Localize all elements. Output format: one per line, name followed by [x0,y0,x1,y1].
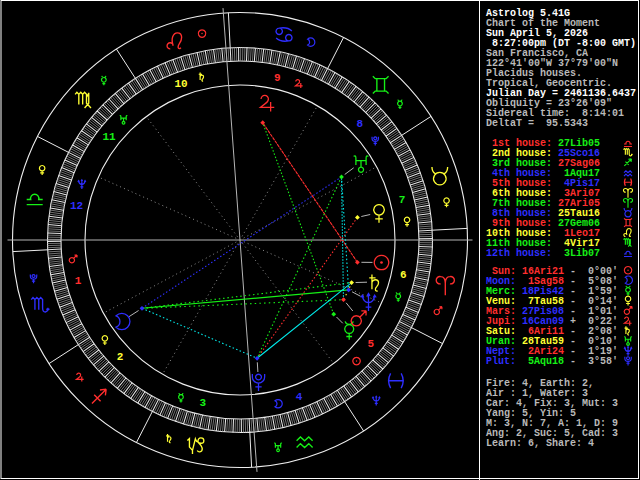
svg-text:8: 8 [357,118,364,130]
svg-text:12: 12 [70,200,83,212]
svg-text:4: 4 [296,391,303,403]
svg-text:5: 5 [368,338,375,350]
svg-text:12th house: 3Lib07: 12th house: 3Lib07 [486,248,600,259]
svg-text:2: 2 [117,351,124,363]
svg-text:1: 1 [75,275,82,287]
svg-text:9: 9 [274,72,281,84]
svg-text:6: 6 [400,269,407,281]
svg-text:7: 7 [399,194,406,206]
svg-text:DeltaT = 95.5343: DeltaT = 95.5343 [486,118,588,129]
svg-text:Plut: 5Aqu18-3°58': Plut: 5Aqu18-3°58' [486,356,618,367]
svg-text:3: 3 [199,397,206,409]
svg-text:Learn: 6, Share: 4: Learn: 6, Share: 4 [486,438,594,449]
svg-text:11: 11 [102,131,116,143]
svg-text:10: 10 [174,78,187,90]
